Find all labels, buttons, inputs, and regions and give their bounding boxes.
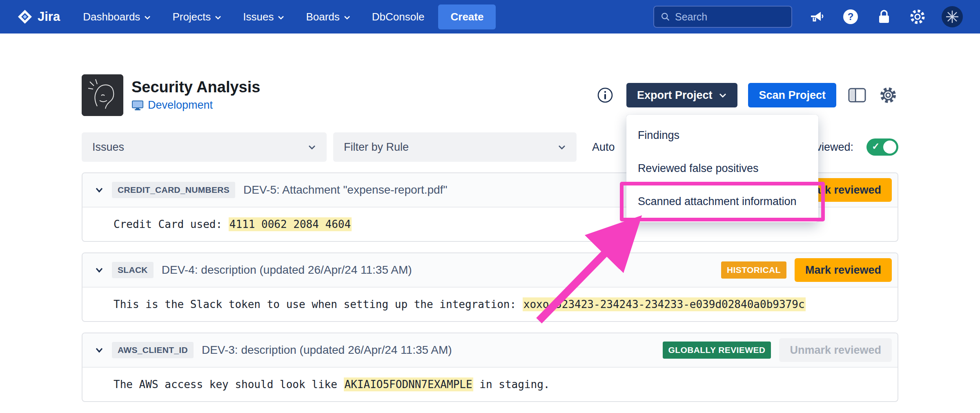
project-link[interactable]: Development	[148, 99, 213, 112]
announcement-icon[interactable]	[808, 7, 826, 26]
menu-item-scanned-attachment-information[interactable]: Scanned attachment information	[626, 185, 818, 218]
header-controls: Export Project Findings Reviewed false p…	[596, 83, 898, 107]
rule-badge: AWS_CLIENT_ID	[112, 342, 194, 358]
detected-secret: 4111 0062 2084 4604	[229, 217, 352, 231]
nav-menu: Dashboards Projects Issues Boards DbCons…	[83, 11, 424, 23]
side-panel-icon[interactable]	[847, 85, 867, 105]
project-header: Security Analysis Development	[82, 74, 898, 116]
check-icon: ✓	[872, 141, 880, 152]
chevron-down-icon	[343, 15, 351, 20]
project-category-icon	[131, 100, 144, 111]
chevron-down-icon	[308, 144, 316, 150]
search-box[interactable]	[653, 6, 792, 28]
detected-secret: xoxo-523423-234243-234233-e039d02840a0b9…	[523, 297, 806, 311]
detected-secret: AKIAIO5FODNN7EXAMPLE	[344, 377, 473, 391]
header-text: Security Analysis Development	[131, 79, 260, 112]
project-subline: Development	[131, 99, 260, 112]
issues-select[interactable]: Issues	[82, 132, 327, 162]
collapse-chevron-icon[interactable]	[95, 187, 104, 193]
scan-project-button[interactable]: Scan Project	[748, 83, 836, 107]
chevron-down-icon	[558, 144, 566, 150]
page-title: Security Analysis	[131, 79, 260, 96]
nav-icons: ?	[808, 6, 963, 27]
svg-text:?: ?	[848, 11, 854, 22]
chevron-down-icon	[214, 15, 222, 20]
collapse-chevron-icon[interactable]	[95, 347, 104, 353]
top-navbar: Jira Dashboards Projects Issues Boards D…	[0, 0, 980, 33]
create-button[interactable]: Create	[438, 4, 496, 29]
finding-card-dev3: AWS_CLIENT_ID DEV-3: description (update…	[82, 333, 898, 402]
show-reviewed-toggle[interactable]: ✓	[866, 138, 898, 156]
toggle-knob	[883, 141, 896, 154]
historical-badge: HISTORICAL	[721, 261, 786, 279]
main-content: Security Analysis Development	[0, 74, 980, 402]
collapse-chevron-icon[interactable]	[95, 267, 104, 273]
brand-name: Jira	[38, 9, 60, 24]
user-avatar[interactable]	[942, 6, 963, 27]
info-icon[interactable]	[596, 86, 614, 104]
finding-body: The AWS access key should look like AKIA…	[82, 368, 898, 401]
finding-header[interactable]: AWS_CLIENT_ID DEV-3: description (update…	[82, 333, 898, 368]
export-project-button[interactable]: Export Project	[626, 83, 738, 107]
nav-item-boards[interactable]: Boards	[306, 11, 350, 23]
finding-title: DEV-3: description (updated 26/Apr/24 11…	[202, 344, 452, 357]
mark-reviewed-button[interactable]: Mark reviewed	[795, 258, 892, 282]
search-icon	[661, 11, 670, 22]
jira-logo	[17, 9, 33, 25]
unmark-reviewed-button[interactable]: Unmark reviewed	[779, 338, 892, 362]
nav-item-projects[interactable]: Projects	[172, 11, 222, 23]
rule-badge: SLACK	[112, 262, 154, 278]
finding-title: DEV-4: description (updated 26/Apr/24 11…	[162, 263, 412, 277]
nav-item-issues[interactable]: Issues	[243, 11, 285, 23]
menu-item-findings[interactable]: Findings	[626, 119, 818, 152]
auto-label-fragment: Auto	[592, 141, 615, 154]
filter-by-rule-select[interactable]: Filter by Rule	[333, 132, 577, 162]
settings-icon[interactable]	[908, 7, 927, 26]
finding-body: This is the Slack token to use when sett…	[82, 288, 898, 321]
project-avatar	[82, 74, 123, 116]
nav-item-dashboards[interactable]: Dashboards	[83, 11, 151, 23]
finding-card-dev4: SLACK DEV-4: description (updated 26/Apr…	[82, 252, 898, 322]
chevron-down-icon	[277, 15, 285, 20]
chevron-down-icon	[719, 92, 727, 98]
help-icon[interactable]: ?	[841, 7, 860, 26]
gear-icon[interactable]	[878, 85, 898, 105]
finding-header[interactable]: SLACK DEV-4: description (updated 26/Apr…	[82, 253, 898, 288]
export-dropdown-menu: Findings Reviewed false positives Scanne…	[626, 115, 818, 222]
rule-badge: CREDIT_CARD_NUMBERS	[112, 182, 235, 198]
globally-reviewed-badge: GLOBALLY REVIEWED	[663, 342, 771, 359]
export-project-wrap: Export Project Findings Reviewed false p…	[626, 83, 738, 107]
lock-icon[interactable]	[875, 7, 893, 26]
search-input[interactable]	[675, 11, 785, 23]
finding-title: DEV-5: Attachment "expense-report.pdf"	[243, 183, 447, 196]
chevron-down-icon	[144, 15, 151, 20]
jira-brand[interactable]: Jira	[17, 9, 60, 25]
menu-item-reviewed-false-positives[interactable]: Reviewed false positives	[626, 152, 818, 185]
nav-item-dbconsole[interactable]: DbConsole	[372, 11, 425, 23]
